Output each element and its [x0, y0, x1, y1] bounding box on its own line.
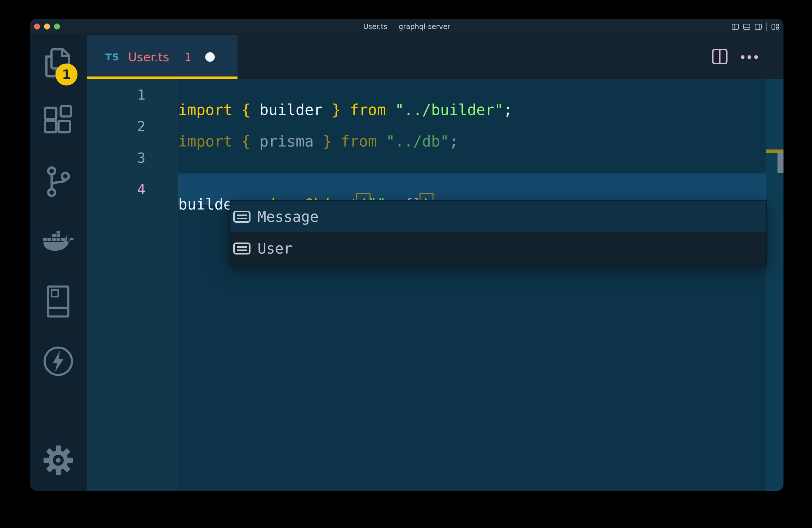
code-line[interactable]: 1 import { builder } from "../builder"; [87, 79, 783, 111]
settings-gear-icon[interactable] [43, 444, 74, 477]
scrollbar-slider[interactable] [778, 152, 783, 173]
suggest-item[interactable]: Message [231, 201, 766, 232]
tab-user-ts[interactable]: TS User.ts 1 [87, 35, 237, 79]
modified-dot-icon[interactable] [205, 52, 215, 62]
window-title: User.ts — graphql-server [30, 19, 783, 34]
thunder-client-icon[interactable] [43, 346, 74, 378]
overview-ruler [766, 79, 783, 491]
symbol-constant-icon [233, 211, 250, 223]
ts-language-badge: TS [105, 52, 119, 62]
editor-pane[interactable]: 1 import { builder } from "../builder"; … [87, 79, 783, 491]
explorer-badge: 1 [56, 63, 77, 86]
activity-bar: 1 [30, 35, 87, 491]
code-line[interactable]: 2 import { prisma } from "../db"; [87, 111, 783, 142]
active-tab-underline [87, 76, 237, 79]
code-area[interactable]: 1 import { builder } from "../builder"; … [87, 79, 783, 205]
line-number[interactable]: 3 [87, 142, 145, 174]
docker-icon[interactable] [43, 231, 74, 254]
line-number[interactable]: 1 [87, 79, 145, 111]
tab-problem-count: 1 [185, 51, 191, 63]
code-line[interactable]: 3 [87, 142, 783, 174]
toggle-panel-icon[interactable] [743, 24, 750, 30]
vscode-window: User.ts — graphql-server [30, 19, 783, 491]
titlebar-separator [766, 23, 767, 31]
titlebar-layout-controls [732, 19, 779, 34]
suggest-label: Message [258, 208, 319, 225]
symbol-constant-icon [233, 243, 250, 254]
database-container-icon[interactable] [47, 285, 70, 319]
tab-bar: TS User.ts 1 [87, 35, 783, 79]
customize-layout-icon[interactable] [771, 24, 779, 30]
extensions-icon[interactable] [43, 105, 73, 136]
suggest-item[interactable]: User [231, 232, 766, 265]
split-editor-icon[interactable] [712, 48, 728, 65]
screenshot-stage: User.ts — graphql-server [0, 0, 812, 528]
more-actions-icon[interactable] [741, 55, 758, 59]
source-control-icon[interactable] [46, 166, 70, 199]
line-number[interactable]: 4 [87, 174, 145, 205]
toggle-primary-sidebar-icon[interactable] [732, 24, 739, 30]
line-number[interactable]: 2 [87, 111, 145, 142]
title-bar: User.ts — graphql-server [30, 19, 783, 35]
tab-filename: User.ts [128, 50, 169, 64]
suggest-label: User [258, 240, 292, 257]
suggest-widget: Message User [230, 200, 767, 266]
editor-actions [712, 35, 758, 79]
toggle-secondary-sidebar-icon[interactable] [755, 24, 762, 30]
